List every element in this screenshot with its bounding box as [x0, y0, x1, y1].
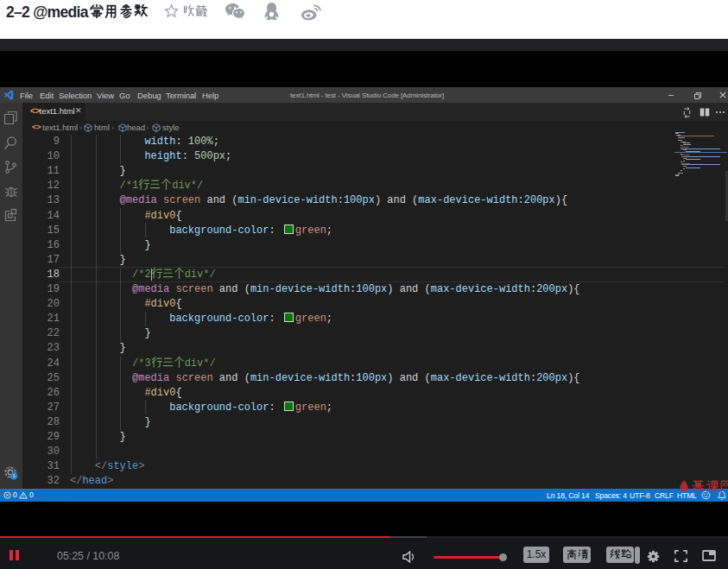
svg-text:1: 1: [13, 474, 16, 478]
